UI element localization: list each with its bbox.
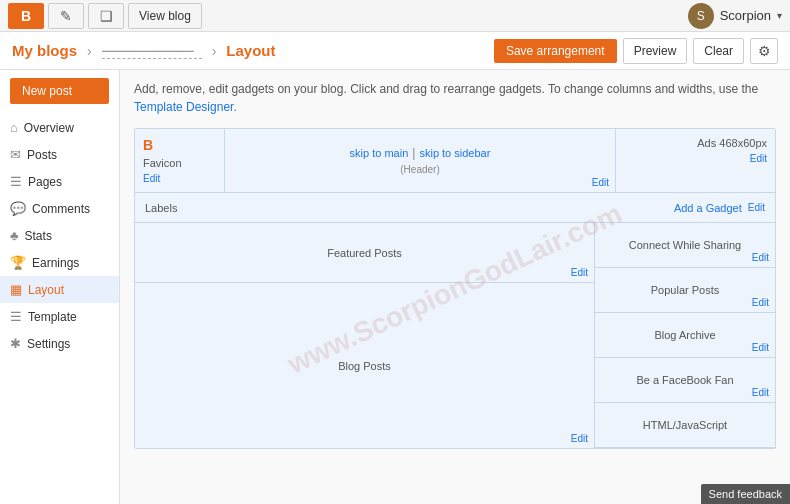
html-js-gadget: HTML/JavaScript <box>595 403 775 448</box>
send-feedback-button[interactable]: Send feedback <box>701 484 790 504</box>
ads-cell: Ads 468x60px Edit <box>615 129 775 192</box>
sidebar: New post ⌂ Overview ✉ Posts ☰ Pages 💬 Co… <box>0 70 120 504</box>
facebook-fan-label: Be a FaceBook Fan <box>636 374 733 386</box>
favicon-edit-link[interactable]: Edit <box>143 173 160 184</box>
new-post-button[interactable]: New post <box>10 78 109 104</box>
blogger-logo-button[interactable]: B <box>8 3 44 29</box>
sidebar-label-settings: Settings <box>27 337 70 351</box>
connect-sharing-label: Connect While Sharing <box>629 239 742 251</box>
main-row: Featured Posts Edit Blog Posts Edit Conn… <box>135 223 775 448</box>
pages-icon: ☰ <box>10 174 22 189</box>
labels-edit-link[interactable]: Edit <box>748 202 765 213</box>
user-menu: S Scorpion ▾ <box>688 3 782 29</box>
facebook-fan-edit-link[interactable]: Edit <box>752 387 769 398</box>
ads-label: Ads 468x60px <box>697 137 767 149</box>
nav-row: Labels Add a Gadget Edit <box>135 193 775 223</box>
sidebar-label-pages: Pages <box>28 175 62 189</box>
ads-edit-link[interactable]: Edit <box>750 153 767 164</box>
sidebar-label-comments: Comments <box>32 202 90 216</box>
sidebar-item-stats[interactable]: ♣ Stats <box>0 222 119 249</box>
blogger-icon: B <box>21 8 31 24</box>
avatar: S <box>688 3 714 29</box>
pencil-button[interactable]: ✎ <box>48 3 84 29</box>
template-designer-link[interactable]: Template Designer. <box>134 100 237 114</box>
posts-icon: ✉ <box>10 147 21 162</box>
pencil-icon: ✎ <box>60 8 72 24</box>
main-layout: New post ⌂ Overview ✉ Posts ☰ Pages 💬 Co… <box>0 70 790 504</box>
layout-icon: ▦ <box>10 282 22 297</box>
sidebar-item-comments[interactable]: 💬 Comments <box>0 195 119 222</box>
skip-to-main-link[interactable]: skip to main <box>350 147 409 159</box>
connect-sharing-edit-link[interactable]: Edit <box>752 252 769 263</box>
blog-posts-edit-link[interactable]: Edit <box>571 433 588 444</box>
blog-name-input[interactable] <box>102 43 202 59</box>
skip-separator: | <box>412 146 415 160</box>
connect-sharing-gadget: Connect While Sharing Edit <box>595 223 775 268</box>
sidebar-item-layout[interactable]: ▦ Layout <box>0 276 119 303</box>
top-navbar: B ✎ ❑ View blog S Scorpion ▾ <box>0 0 790 32</box>
header-row: B Favicon Edit skip to main | skip to si… <box>135 129 775 193</box>
breadcrumb-separator2: › <box>212 43 217 59</box>
favicon-cell: B Favicon Edit <box>135 129 225 192</box>
sidebar-label-stats: Stats <box>25 229 52 243</box>
featured-posts-edit-link[interactable]: Edit <box>571 267 588 278</box>
earnings-icon: 🏆 <box>10 255 26 270</box>
popular-posts-label: Popular Posts <box>651 284 719 296</box>
sidebar-item-posts[interactable]: ✉ Posts <box>0 141 119 168</box>
layout-grid: B Favicon Edit skip to main | skip to si… <box>134 128 776 449</box>
gear-icon: ⚙ <box>758 43 771 59</box>
blog-archive-label: Blog Archive <box>654 329 715 341</box>
favicon-blogger-icon: B <box>143 137 153 153</box>
view-blog-button[interactable]: View blog <box>128 3 202 29</box>
sidebar-label-template: Template <box>28 310 77 324</box>
sidebar-item-overview[interactable]: ⌂ Overview <box>0 114 119 141</box>
skip-to-sidebar-link[interactable]: skip to sidebar <box>419 147 490 159</box>
sidebar-label-overview: Overview <box>24 121 74 135</box>
content-area: Add, remove, edit gadgets on your blog. … <box>120 70 790 504</box>
sidebar-label-earnings: Earnings <box>32 256 79 270</box>
save-arrangement-button[interactable]: Save arrangement <box>494 39 617 63</box>
header-sublabel: (Header) <box>400 164 439 175</box>
popular-posts-edit-link[interactable]: Edit <box>752 297 769 308</box>
facebook-fan-gadget: Be a FaceBook Fan Edit <box>595 358 775 403</box>
blog-archive-gadget: Blog Archive Edit <box>595 313 775 358</box>
sidebar-label-layout: Layout <box>28 283 64 297</box>
featured-posts-label: Featured Posts <box>327 247 402 259</box>
breadcrumb-separator: › <box>87 43 92 59</box>
clear-button[interactable]: Clear <box>693 38 744 64</box>
blog-posts-cell: Blog Posts Edit <box>135 283 594 448</box>
layout-title: Layout <box>226 42 275 59</box>
copy-button[interactable]: ❑ <box>88 3 124 29</box>
stats-icon: ♣ <box>10 228 19 243</box>
labels-label: Labels <box>145 202 177 214</box>
user-name: Scorpion <box>720 8 771 23</box>
blog-archive-edit-link[interactable]: Edit <box>752 342 769 353</box>
popular-posts-gadget: Popular Posts Edit <box>595 268 775 313</box>
layout-wrapper: www.ScorpionGodLair.com B Favicon Edit s… <box>134 128 776 449</box>
settings-gear-button[interactable]: ⚙ <box>750 38 778 64</box>
featured-posts-cell: Featured Posts Edit <box>135 223 594 283</box>
sidebar-label-posts: Posts <box>27 148 57 162</box>
favicon-label: Favicon <box>143 157 182 169</box>
toolbar-right: Save arrangement Preview Clear ⚙ <box>494 38 778 64</box>
copy-icon: ❑ <box>100 8 113 24</box>
home-icon: ⌂ <box>10 120 18 135</box>
my-blogs-link[interactable]: My blogs <box>12 42 77 59</box>
sidebar-item-pages[interactable]: ☰ Pages <box>0 168 119 195</box>
sidebar-item-settings[interactable]: ✱ Settings <box>0 330 119 357</box>
blog-posts-label: Blog Posts <box>338 360 391 372</box>
header-cell: skip to main | skip to sidebar (Header) … <box>225 129 615 192</box>
sidebar-item-earnings[interactable]: 🏆 Earnings <box>0 249 119 276</box>
sidebar-item-template[interactable]: ☰ Template <box>0 303 119 330</box>
second-bar: My blogs › › Layout Save arrangement Pre… <box>0 32 790 70</box>
info-text: Add, remove, edit gadgets on your blog. … <box>134 80 776 116</box>
header-edit-link[interactable]: Edit <box>592 177 609 188</box>
right-column: Connect While Sharing Edit Popular Posts… <box>595 223 775 448</box>
html-js-label: HTML/JavaScript <box>643 419 727 431</box>
chevron-down-icon[interactable]: ▾ <box>777 10 782 21</box>
template-icon: ☰ <box>10 309 22 324</box>
left-column: Featured Posts Edit Blog Posts Edit <box>135 223 595 448</box>
settings-icon: ✱ <box>10 336 21 351</box>
preview-button[interactable]: Preview <box>623 38 688 64</box>
add-gadget-button[interactable]: Add a Gadget <box>674 202 742 214</box>
